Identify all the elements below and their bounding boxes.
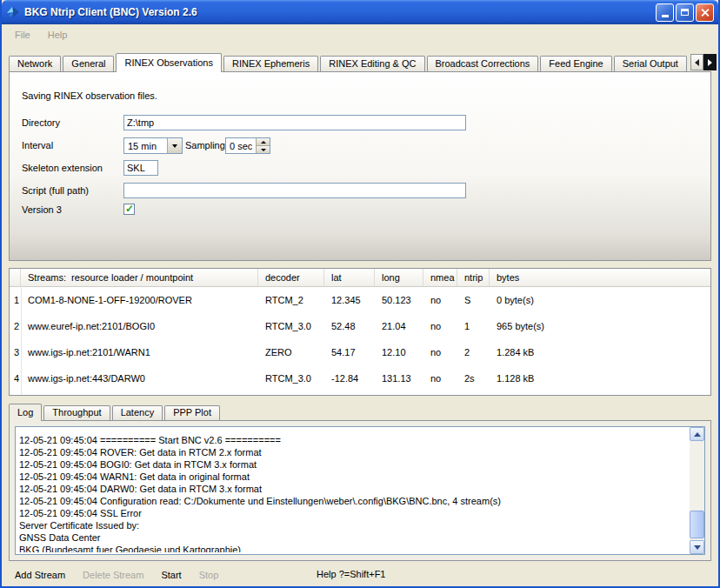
tab[interactable]: RINEX Observations [116, 53, 221, 72]
window-controls [656, 3, 714, 22]
spinner-up-button[interactable] [257, 138, 270, 145]
log-view[interactable]: 12-05-21 09:45:04 ========== Start BNC v… [15, 426, 705, 555]
spin-up-icon [261, 141, 266, 144]
log-panel: 12-05-21 09:45:04 ========== Start BNC v… [9, 420, 711, 561]
spinner-down-button[interactable] [257, 145, 270, 153]
start-button[interactable]: Start [155, 567, 187, 583]
streams-table-body: 1 COM1-8-NONE-1-OFF-19200/ROVER RTCM_2 1… [10, 287, 710, 391]
header-ntrip: ntrip [457, 269, 490, 286]
cell-decoder: RTCM_3.0 [258, 321, 324, 331]
tab[interactable]: Serial Output [614, 56, 687, 71]
interval-dropdown-button[interactable] [167, 138, 182, 153]
left-arrow-icon [695, 59, 699, 66]
cell-mountpoint: www.igs-ip.net:2101/WARN1 [21, 347, 258, 357]
log-line: 12-05-21 09:45:04 DARW0: Get data in RTC… [19, 483, 685, 495]
cell-long: 50.123 [375, 295, 423, 305]
scroll-up-icon [694, 432, 701, 437]
menu-item[interactable]: File [7, 27, 38, 43]
cell-long: 12.10 [375, 347, 423, 357]
scroll-down-button[interactable] [690, 540, 704, 554]
chevron-down-icon [172, 144, 177, 148]
header-decoder: decoder [258, 269, 324, 286]
stream-row[interactable]: 4 www.igs-ip.net:443/DARW0 RTCM_3.0 -12.… [10, 365, 710, 391]
log-line: Server Certificate Issued by: [19, 519, 685, 531]
row-number-divider [21, 286, 22, 395]
header-bytes: bytes [490, 269, 710, 286]
sampling-label: Sampling [185, 139, 225, 151]
cell-decoder: RTCM_3.0 [258, 373, 324, 384]
tab[interactable]: Feed Engine [540, 56, 611, 71]
interval-select[interactable]: 15 min [123, 137, 183, 154]
tab[interactable]: Network [9, 56, 61, 71]
sampling-spin-buttons [256, 138, 270, 153]
skeleton-extension-label: Skeleton extension [22, 162, 103, 174]
tab[interactable]: RINEX Ephemeris [223, 56, 318, 71]
row-number: 4 [10, 373, 21, 384]
bottom-tab[interactable]: Latency [112, 405, 163, 420]
tab[interactable]: RINEX Editing & QC [320, 56, 424, 71]
log-line: 12-05-21 09:45:04 Configuration read: C:… [19, 495, 685, 507]
cell-bytes: 1.284 kB [490, 347, 710, 357]
app-window: BKG Ntrip Client (BNC) Version 2.6 FileH… [0, 0, 720, 588]
scroll-up-button[interactable] [690, 427, 704, 441]
cell-nmea: no [423, 321, 457, 331]
header-mountpoint: Streams: resource loader / mountpoint [21, 269, 258, 286]
cell-ntrip: S [457, 295, 490, 305]
maximize-button[interactable] [676, 3, 694, 22]
cell-mountpoint: COM1-8-NONE-1-OFF-19200/ROVER [21, 295, 258, 305]
script-path-input[interactable] [123, 183, 466, 198]
tab[interactable]: General [63, 56, 114, 71]
stream-row[interactable]: 3 www.igs-ip.net:2101/WARN1 ZERO 54.17 1… [10, 339, 710, 365]
cell-ntrip: 2s [457, 373, 490, 384]
add-stream-button[interactable]: Add Stream [9, 567, 71, 583]
bottom-tab[interactable]: Log [9, 404, 42, 421]
stream-row[interactable]: 2 www.euref-ip.net:2101/BOGI0 RTCM_3.0 5… [10, 313, 710, 339]
stop-button[interactable]: Stop [193, 567, 225, 583]
scrollbar-thumb[interactable] [690, 511, 704, 538]
cell-lat: 12.345 [324, 295, 375, 305]
version3-label: Version 3 [22, 204, 62, 216]
cell-lat: -12.84 [324, 373, 375, 384]
interval-label: Interval [22, 139, 53, 151]
tab-scroll-left-button[interactable] [690, 54, 703, 70]
tab-scroll-right-button[interactable] [703, 54, 717, 70]
log-lines: 12-05-21 09:45:04 ========== Start BNC v… [19, 434, 685, 552]
cell-ntrip: 2 [457, 347, 490, 357]
cell-lat: 52.48 [324, 321, 375, 331]
log-line: 12-05-21 09:45:04 WARN1: Get data in ori… [19, 471, 685, 483]
cell-nmea: no [423, 347, 457, 357]
stream-row[interactable]: 1 COM1-8-NONE-1-OFF-19200/ROVER RTCM_2 1… [10, 287, 710, 313]
version3-checkbox[interactable] [123, 204, 135, 215]
cell-long: 131.13 [375, 373, 423, 384]
titlebar[interactable]: BKG Ntrip Client (BNC) Version 2.6 [2, 0, 718, 24]
minimize-button[interactable] [656, 3, 674, 22]
bottom-tabstrip: LogThroughputLatencyPPP Plot [9, 404, 220, 420]
close-button[interactable] [696, 3, 714, 22]
window-title: BKG Ntrip Client (BNC) Version 2.6 [24, 6, 656, 18]
sampling-spinner[interactable]: 0 sec [225, 137, 270, 154]
panel-description: Saving RINEX observation files. [22, 90, 157, 102]
help-hint: Help ?=Shift+F1 [317, 569, 386, 579]
bottom-tab[interactable]: PPP Plot [164, 405, 220, 420]
row-number: 2 [10, 321, 21, 331]
log-line: 12-05-21 09:45:04 SSL Error [19, 507, 685, 519]
cell-nmea: no [423, 295, 457, 305]
sampling-value: 0 sec [226, 141, 256, 151]
directory-input[interactable] [123, 115, 466, 130]
main-tabs: NetworkGeneralRINEX ObservationsRINEX Ep… [9, 52, 717, 71]
scrollbar-track[interactable] [690, 441, 704, 540]
cell-bytes: 0 byte(s) [490, 295, 710, 305]
minimize-icon [662, 15, 669, 17]
skeleton-extension-input[interactable] [123, 160, 158, 176]
header-lat: lat [324, 269, 375, 286]
log-scrollbar[interactable] [690, 427, 704, 554]
row-number: 1 [10, 295, 21, 305]
tab[interactable]: Broadcast Corrections [427, 56, 539, 71]
cell-long: 21.04 [375, 321, 423, 331]
delete-stream-button[interactable]: Delete Stream [77, 567, 150, 583]
cell-mountpoint: www.igs-ip.net:443/DARW0 [21, 373, 258, 384]
menu-item[interactable]: Help [40, 27, 76, 43]
bottom-tab[interactable]: Throughput [43, 405, 110, 420]
interval-value: 15 min [124, 141, 167, 151]
action-bar: Add Stream Delete Stream Start Stop Help… [9, 565, 711, 585]
